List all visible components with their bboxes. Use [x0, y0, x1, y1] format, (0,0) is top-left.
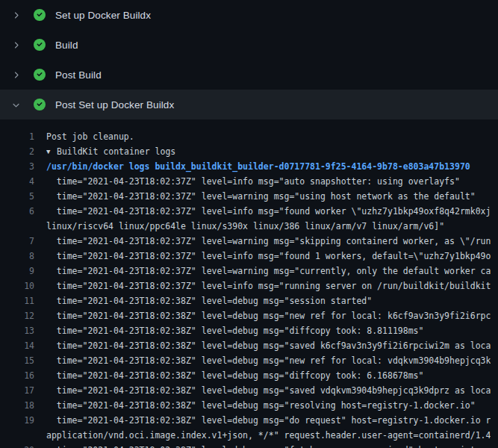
log-text: time="2021-04-23T18:02:37Z" level=warnin…: [46, 234, 491, 249]
line-number[interactable]: 5: [0, 189, 34, 204]
line-number: [0, 219, 34, 234]
log-line: 6 time="2021-04-23T18:02:37Z" level=info…: [0, 204, 498, 219]
log-group-label[interactable]: BuildKit container logs: [57, 146, 175, 157]
log-line: 13 time="2021-04-23T18:02:38Z" level=deb…: [0, 323, 498, 338]
log-text: application/vnd.oci.image.index.v1+json,…: [46, 428, 491, 443]
log-line: 14 time="2021-04-23T18:02:38Z" level=deb…: [0, 338, 498, 353]
line-number[interactable]: 17: [0, 383, 34, 398]
log-text: time="2021-04-23T18:02:38Z" level=debug …: [46, 383, 491, 398]
log-text: time="2021-04-23T18:02:37Z" level=info m…: [46, 249, 491, 264]
log-text: linux/riscv64 linux/ppc64le linux/s390x …: [46, 219, 444, 234]
line-number: [0, 428, 34, 443]
line-number[interactable]: 3: [0, 159, 34, 174]
log-line: 12 time="2021-04-23T18:02:38Z" level=deb…: [0, 308, 498, 323]
log-container: 1Post job cleanup.2▼BuildKit container l…: [0, 119, 498, 448]
log-line: 10 time="2021-04-23T18:02:37Z" level=inf…: [0, 279, 498, 293]
log-line: 2▼BuildKit container logs: [0, 144, 498, 159]
log-line-wrap: linux/riscv64 linux/ppc64le linux/s390x …: [0, 219, 498, 234]
log-line: 1Post job cleanup.: [0, 129, 498, 144]
line-number[interactable]: 18: [0, 398, 34, 413]
line-number[interactable]: 14: [0, 338, 34, 353]
log-text: time="2021-04-23T18:02:38Z" level=debug …: [46, 353, 491, 368]
log-text: time="2021-04-23T18:02:37Z" level=info m…: [46, 174, 460, 189]
step-header-1[interactable]: Build: [0, 30, 498, 60]
log-text: time="2021-04-23T18:02:38Z" level=debug …: [46, 368, 423, 383]
log-line-wrap: application/vnd.oci.image.index.v1+json,…: [0, 428, 498, 443]
log-text: Post job cleanup.: [46, 129, 134, 144]
log-line: 18 time="2021-04-23T18:02:38Z" level=deb…: [0, 398, 498, 413]
line-number[interactable]: 6: [0, 204, 34, 219]
log-line: 9 time="2021-04-23T18:02:37Z" level=warn…: [0, 264, 498, 279]
line-number[interactable]: 10: [0, 279, 34, 293]
line-number[interactable]: 16: [0, 368, 34, 383]
log-text: time="2021-04-23T18:02:38Z" level=debug …: [46, 293, 372, 308]
log-line: 16 time="2021-04-23T18:02:38Z" level=deb…: [0, 368, 498, 383]
line-number[interactable]: 7: [0, 234, 34, 249]
step-label: Build: [55, 40, 78, 51]
line-number[interactable]: 4: [0, 174, 34, 189]
line-number[interactable]: 19: [0, 413, 34, 428]
log-text: time="2021-04-23T18:02:37Z" level=warnin…: [46, 189, 476, 204]
group-collapse-icon[interactable]: ▼: [46, 144, 57, 159]
log-group-toggle[interactable]: ▼BuildKit container logs: [46, 144, 175, 159]
log-text: time="2021-04-23T18:02:37Z" level=warnin…: [46, 264, 491, 279]
step-label: Post Build: [55, 69, 102, 81]
check-circle-icon: [34, 39, 46, 51]
log-line: 17 time="2021-04-23T18:02:38Z" level=deb…: [0, 383, 498, 398]
line-number[interactable]: 9: [0, 264, 34, 279]
log-line: 3/usr/bin/docker logs buildx_buildkit_bu…: [0, 159, 498, 174]
step-header-3[interactable]: Post Set up Docker Buildx: [0, 90, 498, 119]
chevron-right-icon[interactable]: [10, 9, 22, 21]
log-line: 4 time="2021-04-23T18:02:37Z" level=info…: [0, 174, 498, 189]
log-text: time="2021-04-23T18:02:38Z" level=debug …: [46, 443, 491, 448]
check-circle-icon: [34, 69, 46, 81]
log-line: 15 time="2021-04-23T18:02:38Z" level=deb…: [0, 353, 498, 368]
chevron-right-icon[interactable]: [10, 39, 22, 51]
log-line: 8 time="2021-04-23T18:02:37Z" level=info…: [0, 249, 498, 264]
line-number[interactable]: 2: [0, 144, 34, 159]
check-circle-icon: [34, 99, 46, 111]
line-number[interactable]: 12: [0, 308, 34, 323]
line-number[interactable]: 20: [0, 443, 34, 448]
chevron-right-icon[interactable]: [10, 69, 22, 81]
steps-list: Set up Docker BuildxBuildPost BuildPost …: [0, 0, 498, 119]
line-number[interactable]: 8: [0, 249, 34, 264]
step-header-0[interactable]: Set up Docker Buildx: [0, 0, 498, 30]
line-number[interactable]: 11: [0, 293, 34, 308]
line-number[interactable]: 15: [0, 353, 34, 368]
log-line: 20 time="2021-04-23T18:02:38Z" level=deb…: [0, 443, 498, 448]
log-text: time="2021-04-23T18:02:38Z" level=debug …: [46, 308, 491, 323]
chevron-down-icon[interactable]: [10, 99, 22, 111]
log-text: time="2021-04-23T18:02:38Z" level=debug …: [46, 398, 476, 413]
log-line: 11 time="2021-04-23T18:02:38Z" level=deb…: [0, 293, 498, 308]
log-text: time="2021-04-23T18:02:38Z" level=debug …: [46, 323, 423, 338]
log-text: time="2021-04-23T18:02:37Z" level=info m…: [46, 279, 491, 293]
step-label: Post Set up Docker Buildx: [55, 99, 174, 111]
log-line: 7 time="2021-04-23T18:02:37Z" level=warn…: [0, 234, 498, 249]
line-number[interactable]: 13: [0, 323, 34, 338]
log-line: 5 time="2021-04-23T18:02:37Z" level=warn…: [0, 189, 498, 204]
step-label: Set up Docker Buildx: [55, 10, 151, 21]
log-text: time="2021-04-23T18:02:37Z" level=info m…: [46, 204, 491, 219]
log-command-text: /usr/bin/docker logs buildx_buildkit_bui…: [46, 159, 470, 174]
step-header-2[interactable]: Post Build: [0, 60, 498, 90]
line-number[interactable]: 1: [0, 129, 34, 144]
check-circle-icon: [34, 9, 46, 21]
log-text: time="2021-04-23T18:02:38Z" level=debug …: [46, 413, 491, 428]
log-text: time="2021-04-23T18:02:38Z" level=debug …: [46, 338, 491, 353]
log-line: 19 time="2021-04-23T18:02:38Z" level=deb…: [0, 413, 498, 428]
